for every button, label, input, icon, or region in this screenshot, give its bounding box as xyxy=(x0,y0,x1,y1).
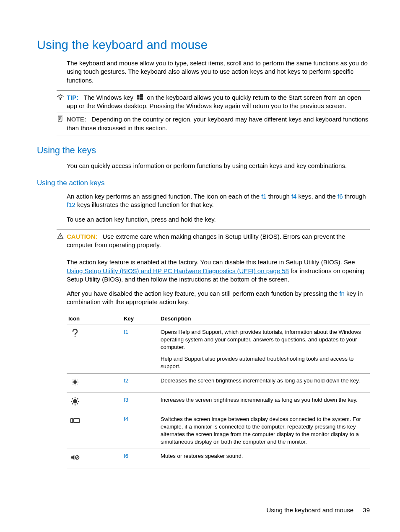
note-label: NOTE: xyxy=(67,116,86,123)
action-keys-p4: After you have disabled the action key f… xyxy=(67,289,370,307)
table-row: f6 Mutes or restores speaker sound. xyxy=(67,449,370,468)
note-icon xyxy=(57,115,64,123)
row-desc: Switches the screen image between displa… xyxy=(159,412,370,449)
table-row: f1 Opens Help and Support, which provide… xyxy=(67,325,370,374)
th-key: Key xyxy=(122,312,159,325)
row-key: f6 xyxy=(122,449,159,468)
windows-key-icon xyxy=(137,94,143,101)
tip-icon xyxy=(57,93,64,101)
svg-rect-1 xyxy=(137,95,140,97)
tip-callout: TIP: The Windows key on the keyboard all… xyxy=(57,90,370,114)
section-heading-action-keys: Using the action keys xyxy=(37,178,370,188)
brightness-up-icon xyxy=(70,401,80,408)
action-keys-p3: The action key feature is enabled at the… xyxy=(67,258,370,284)
row-key: f2 xyxy=(122,374,159,393)
note-callout: NOTE: Depending on the country or region… xyxy=(57,113,370,135)
keys-intro: You can quickly access information or pe… xyxy=(67,162,370,170)
mute-icon xyxy=(70,457,80,464)
footer-title: Using the keyboard and mouse xyxy=(267,506,354,514)
svg-rect-8 xyxy=(71,418,73,423)
table-row: f3 Increases the screen brightness incre… xyxy=(67,393,370,412)
row-desc: Mutes or restores speaker sound. xyxy=(159,449,370,468)
help-icon xyxy=(70,333,80,340)
row-desc: Decreases the screen brightness incremen… xyxy=(159,374,370,393)
caution-label: CAUTION: xyxy=(67,233,97,240)
th-desc: Description xyxy=(159,312,370,325)
action-keys-table: Icon Key Description f1 Opens Help an xyxy=(67,312,370,469)
intro-paragraph: The keyboard and mouse allow you to type… xyxy=(67,59,370,85)
tip-label: TIP: xyxy=(67,94,78,101)
switch-display-icon xyxy=(70,421,80,427)
tip-text-pre: The Windows key xyxy=(84,94,133,101)
footer-page-number: 39 xyxy=(363,506,370,514)
table-row: f4 Switches the screen image between dis… xyxy=(67,412,370,449)
svg-rect-9 xyxy=(74,418,80,423)
svg-point-7 xyxy=(73,400,77,403)
caution-text: Use extreme care when making changes in … xyxy=(67,233,345,248)
key-f4: f4 xyxy=(291,193,297,200)
brightness-down-icon xyxy=(70,382,80,388)
key-f12: f12 xyxy=(67,201,75,208)
th-icon: Icon xyxy=(67,312,122,325)
svg-rect-4 xyxy=(140,97,143,100)
key-f6: f6 xyxy=(338,193,343,200)
row-key: f1 xyxy=(122,325,159,374)
section-heading-keys: Using the keys xyxy=(37,145,370,157)
svg-point-6 xyxy=(74,381,76,383)
caution-callout: CAUTION: Use extreme care when making ch… xyxy=(57,230,370,253)
row-key: f4 xyxy=(122,412,159,449)
action-keys-p1: An action key performs an assigned funct… xyxy=(67,192,370,209)
svg-rect-2 xyxy=(140,94,143,97)
setup-utility-link[interactable]: Using Setup Utility (BIOS) and HP PC Har… xyxy=(67,267,289,274)
page-footer: Using the keyboard and mouse 39 xyxy=(267,506,370,514)
row-desc: Increases the screen brightness incremen… xyxy=(159,393,370,412)
row-desc: Opens Help and Support, which provides t… xyxy=(159,325,370,374)
key-fn: fn xyxy=(339,290,345,297)
note-text: Depending on the country or region, your… xyxy=(67,116,368,131)
key-f1: f1 xyxy=(261,193,267,200)
action-keys-p2: To use an action key function, press and… xyxy=(67,215,370,224)
svg-point-5 xyxy=(75,336,75,337)
row-key: f3 xyxy=(122,393,159,412)
table-row: f2 Decreases the screen brightness incre… xyxy=(67,374,370,393)
svg-point-0 xyxy=(59,95,62,98)
caution-icon xyxy=(57,232,64,240)
page-heading: Using the keyboard and mouse xyxy=(37,37,370,53)
svg-rect-3 xyxy=(137,97,140,99)
